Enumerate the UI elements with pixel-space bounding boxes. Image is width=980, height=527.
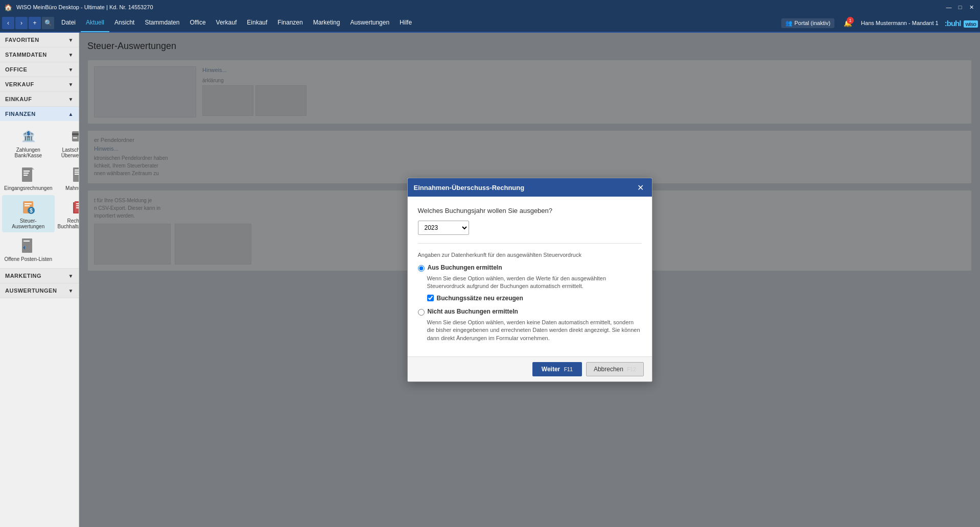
menu-item-finanzen[interactable]: Finanzen — [272, 14, 308, 32]
modal-close-button[interactable]: ✕ — [636, 182, 646, 193]
modal-dialog: Einnahmen-Überschuss-Rechnung ✕ Welches … — [407, 178, 652, 382]
notification-badge: 1 — [847, 17, 854, 24]
auswertungen-label: AUSWERTUNGEN — [5, 288, 57, 294]
menu-item-datei[interactable]: Datei — [56, 14, 81, 32]
sidebar-section-header-einkauf[interactable]: EINKAUF ▼ — [0, 92, 79, 106]
sidebar-section-marketing: MARKETING ▼ — [0, 269, 79, 283]
sidebar-section-header-verkauf[interactable]: VERKAUF ▼ — [0, 77, 79, 91]
modal-header: Einnahmen-Überschuss-Rechnung ✕ — [408, 178, 652, 197]
radio-option-1[interactable]: Aus Buchungen ermitteln — [418, 264, 642, 272]
offene-posten-icon — [19, 236, 37, 255]
chevron-up-icon: ▲ — [68, 111, 74, 117]
sidebar-section-header-office[interactable]: OFFICE ▼ — [0, 62, 79, 77]
menu-item-office[interactable]: Office — [184, 14, 211, 32]
sidebar-section-header-stammdaten[interactable]: STAMMDATEN ▼ — [0, 47, 79, 62]
sidebar-item-bank-kasse[interactable]: 🏦 Zahlungen Bank/Kasse — [2, 124, 55, 161]
svg-rect-23 — [24, 241, 30, 242]
mahnungen-label: Mahnungen — [65, 185, 79, 191]
finanzen-items: 🏦 Zahlungen Bank/Kasse Lastschriften & Ü… — [0, 121, 79, 268]
nav-add-button[interactable]: + — [29, 17, 41, 29]
weiter-button[interactable]: Weiter F11 — [532, 362, 582, 376]
sidebar-section-auswertungen: AUSWERTUNGEN ▼ — [0, 283, 79, 298]
minimize-button[interactable]: — — [944, 3, 953, 12]
sidebar-item-steuer-auswertungen[interactable]: $ Steuer-Auswertungen — [2, 195, 55, 232]
abbrechen-label: Abbrechen — [594, 366, 623, 373]
sidebar-section-header-finanzen[interactable]: FINANZEN ▲ — [0, 107, 79, 121]
portal-icon: 👥 — [785, 20, 792, 27]
sidebar: FAVORITEN ▼ STAMMDATEN ▼ OFFICE ▼ VERKAU… — [0, 33, 79, 527]
svg-rect-11 — [75, 174, 79, 175]
svg-rect-13 — [25, 203, 32, 204]
menu-item-stammdaten[interactable]: Stammdaten — [139, 14, 184, 32]
nav-search-button[interactable]: 🔍 — [42, 17, 54, 29]
nav-back-button[interactable]: ‹ — [2, 17, 14, 29]
notification-button[interactable]: 🔔 1 — [841, 16, 855, 30]
sidebar-section-header-auswertungen[interactable]: AUSWERTUNGEN ▼ — [0, 283, 79, 298]
chevron-down-icon: ▼ — [68, 37, 74, 43]
abbrechen-button[interactable]: Abbrechen F12 — [586, 362, 644, 376]
modal-divider — [418, 243, 642, 244]
modal-title: Einnahmen-Überschuss-Rechnung — [414, 184, 525, 191]
finanzen-label: FINANZEN — [5, 111, 36, 117]
svg-rect-1 — [72, 133, 80, 135]
radio-option-2[interactable]: Nicht aus Buchungen ermitteln — [418, 308, 642, 316]
sidebar-section-header-marketing[interactable]: MARKETING ▼ — [0, 269, 79, 283]
menu-item-verkauf[interactable]: Verkauf — [211, 14, 242, 32]
abbrechen-key: F12 — [627, 367, 636, 372]
radio-desc-2: Wenn Sie diese Option wählen, werden kei… — [427, 319, 642, 342]
year-select[interactable]: 2023 2022 2021 2020 — [418, 221, 469, 235]
svg-rect-14 — [25, 205, 30, 206]
svg-rect-0 — [72, 131, 80, 141]
sidebar-item-eingangsrechnungen[interactable]: Eingangsrechnungen — [2, 162, 55, 194]
buchhaltung-label: Rechn.- u. Buchhaltungslisten — [58, 218, 79, 229]
sidebar-item-mahnungen[interactable]: Mahnungen — [56, 162, 79, 194]
svg-marker-7 — [32, 167, 34, 170]
svg-rect-18 — [75, 201, 80, 212]
sidebar-section-header-favoriten[interactable]: FAVORITEN ▼ — [0, 33, 79, 47]
mahnungen-icon — [70, 165, 80, 184]
lastschriften-label: Lastschriften & Überweisungen — [58, 147, 79, 158]
app-title: WISO MeinBüro Desktop - Ultimate | Kd. N… — [16, 4, 153, 10]
portal-label: Portal (inaktiv) — [795, 20, 830, 26]
radio-label-1: Aus Buchungen ermitteln — [428, 264, 502, 271]
user-label: Hans Mustermann - Mandant 1 — [861, 20, 939, 26]
menu-item-hilfe[interactable]: Hilfe — [394, 14, 417, 32]
menu-items: Datei Aktuell Ansicht Stammdaten Office … — [56, 14, 781, 32]
user-info: Hans Mustermann - Mandant 1 — [861, 20, 939, 26]
weiter-label: Weiter — [542, 366, 560, 373]
nav-arrows: ‹ › + 🔍 — [2, 17, 54, 29]
sidebar-item-buchhaltung[interactable]: Rechn.- u. Buchhaltungslisten — [56, 195, 79, 232]
checkbox-label: Buchungssätze neu erzeugen — [437, 295, 523, 302]
menu-item-marketing[interactable]: Marketing — [308, 14, 345, 32]
maximize-button[interactable]: □ — [955, 3, 965, 12]
sidebar-item-lastschriften[interactable]: Lastschriften & Überweisungen — [56, 124, 79, 161]
chevron-down-icon-2: ▼ — [68, 52, 74, 58]
radio-aus-buchungen[interactable] — [418, 265, 425, 272]
eingangsrechnungen-label: Eingangsrechnungen — [4, 185, 53, 191]
menu-item-ansicht[interactable]: Ansicht — [109, 14, 139, 32]
eingangsrechnungen-icon — [19, 165, 37, 184]
chevron-down-icon-3: ▼ — [68, 67, 74, 73]
chevron-down-icon-6: ▼ — [68, 273, 74, 279]
buchungssatze-checkbox[interactable] — [427, 295, 434, 301]
close-button[interactable]: ✕ — [967, 3, 976, 12]
menubar: ‹ › + 🔍 Datei Aktuell Ansicht Stammdaten… — [0, 14, 980, 33]
bank-icon: 🏦 — [19, 127, 37, 146]
menu-item-aktuell[interactable]: Aktuell — [81, 14, 109, 32]
sidebar-item-offene-posten[interactable]: Offene Posten-Listen — [2, 233, 55, 265]
menu-item-einkauf[interactable]: Einkauf — [242, 14, 272, 32]
sidebar-section-office: OFFICE ▼ — [0, 62, 79, 77]
menu-item-auswertungen[interactable]: Auswertungen — [345, 14, 394, 32]
radio-nicht-aus-buchungen[interactable] — [418, 309, 425, 316]
window-controls: — □ ✕ — [944, 3, 976, 12]
checkbox-buchungssatze[interactable]: Buchungssätze neu erzeugen — [427, 295, 642, 302]
nav-forward-button[interactable]: › — [15, 17, 28, 29]
modal-question: Welches Buchungsjahr wollen Sie ausgeben… — [418, 207, 642, 214]
section-label: Angaben zur Datenherkunft für den ausgew… — [418, 252, 642, 258]
modal-overlay: Einnahmen-Überschuss-Rechnung ✕ Welches … — [79, 33, 980, 527]
modal-footer: Weiter F11 Abbrechen F12 — [408, 356, 652, 381]
portal-button[interactable]: 👥 Portal (inaktiv) — [781, 18, 834, 28]
buchhaltung-icon — [70, 198, 80, 217]
svg-rect-5 — [24, 173, 29, 174]
favoriten-label: FAVORITEN — [5, 37, 39, 43]
